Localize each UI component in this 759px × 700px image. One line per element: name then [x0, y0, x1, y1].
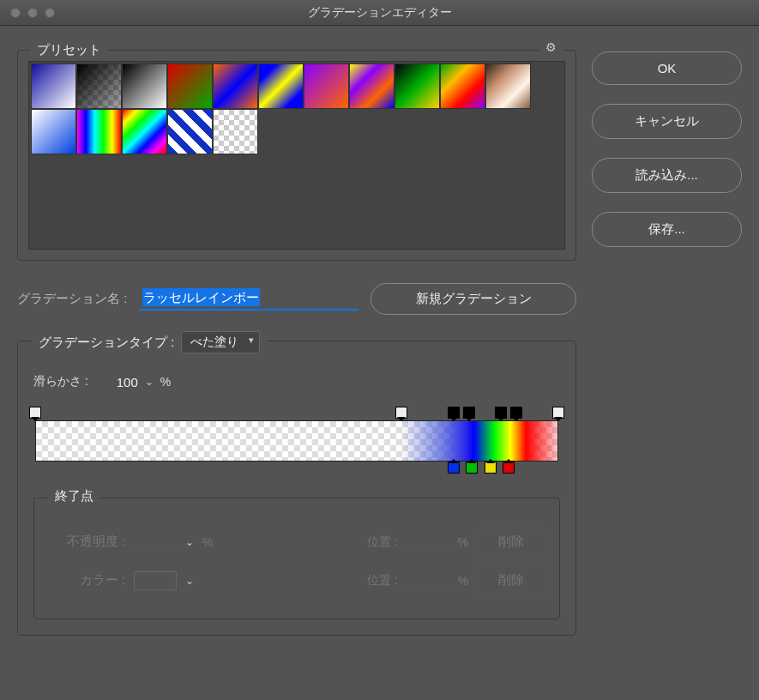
position-input-color[interactable]: [407, 573, 449, 588]
position-input[interactable]: [407, 534, 449, 549]
opacity-input[interactable]: [134, 534, 177, 549]
preset-swatch[interactable]: [258, 63, 304, 109]
delete-color-stop-button[interactable]: 削除: [477, 566, 545, 594]
gradient-type-panel: グラデーションタイプ : べた塗り 滑らかさ : ⌄ % 終了点 不透明度 :: [17, 341, 576, 636]
opacity-stop-handle[interactable]: [510, 407, 522, 419]
color-stop-handle[interactable]: [448, 462, 460, 474]
preset-swatch[interactable]: [31, 109, 76, 154]
load-button[interactable]: 読み込み...: [592, 158, 742, 193]
opacity-stops-track[interactable]: [35, 407, 558, 420]
new-gradient-button[interactable]: 新規グラデーション: [370, 283, 576, 315]
gear-icon[interactable]: ⚙: [539, 40, 563, 54]
gradient-type-label: グラデーションタイプ :: [39, 335, 174, 351]
titlebar: グラデーションエディター: [0, 0, 759, 26]
endpoint-panel: 終了点 不透明度 : ⌄ % 位置 : % 削除 カラー : ⌄: [33, 498, 560, 619]
chevron-down-icon[interactable]: ⌄: [145, 376, 154, 388]
preset-swatch[interactable]: [167, 109, 213, 154]
opacity-stop-handle[interactable]: [552, 407, 564, 419]
preset-swatch[interactable]: [31, 63, 76, 109]
preset-swatch[interactable]: [167, 63, 213, 109]
chevron-down-icon[interactable]: ⌄: [185, 536, 194, 548]
opacity-stop-handle[interactable]: [395, 407, 407, 419]
window-title: グラデーションエディター: [308, 5, 452, 21]
gradient-bar[interactable]: [35, 420, 558, 462]
color-label: カラー :: [48, 572, 125, 588]
preset-swatch[interactable]: [122, 109, 167, 154]
endpoint-label: 終了点: [48, 488, 100, 504]
color-stop-handle[interactable]: [466, 462, 478, 474]
close-window-button[interactable]: [10, 8, 21, 18]
preset-swatch[interactable]: [395, 63, 440, 109]
position-label: 位置 :: [367, 573, 398, 588]
minimize-window-button[interactable]: [27, 8, 38, 18]
opacity-stop-handle[interactable]: [495, 407, 507, 419]
gradient-name-input[interactable]: ラッセルレインボー: [139, 287, 358, 311]
color-swatch-input[interactable]: [134, 571, 177, 590]
preset-swatch[interactable]: [76, 109, 122, 154]
color-stops-track[interactable]: [35, 462, 558, 475]
percent-label: %: [160, 375, 171, 389]
preset-swatch[interactable]: [349, 63, 395, 109]
preset-swatch[interactable]: [213, 109, 258, 154]
opacity-stop-handle[interactable]: [29, 407, 41, 419]
preset-swatch[interactable]: [213, 63, 258, 109]
preset-grid: [28, 61, 565, 250]
preset-swatch[interactable]: [440, 63, 485, 109]
smoothness-label: 滑らかさ :: [33, 374, 88, 389]
color-stop-handle[interactable]: [503, 462, 515, 474]
ok-button[interactable]: OK: [592, 51, 742, 85]
presets-panel: プリセット ⚙: [17, 50, 576, 261]
preset-swatch[interactable]: [485, 63, 531, 109]
color-stop-handle[interactable]: [485, 462, 497, 474]
delete-opacity-stop-button[interactable]: 削除: [477, 528, 545, 556]
position-label: 位置 :: [367, 534, 398, 550]
smoothness-input[interactable]: [95, 375, 138, 389]
zoom-window-button[interactable]: [45, 8, 55, 18]
opacity-stop-handle[interactable]: [463, 407, 475, 419]
gradient-type-select[interactable]: べた塗り: [181, 331, 260, 353]
preset-swatch[interactable]: [76, 63, 122, 109]
gradient-editor: [35, 407, 558, 475]
save-button[interactable]: 保存...: [592, 212, 742, 247]
cancel-button[interactable]: キャンセル: [592, 104, 742, 139]
gradient-name-label: グラデーション名 :: [17, 291, 127, 307]
opacity-stop-handle[interactable]: [448, 407, 460, 419]
opacity-label: 不透明度 :: [48, 534, 125, 550]
preset-swatch[interactable]: [304, 63, 349, 109]
chevron-down-icon[interactable]: ⌄: [185, 575, 194, 587]
preset-swatch[interactable]: [122, 63, 167, 109]
presets-label: プリセット: [30, 42, 108, 58]
